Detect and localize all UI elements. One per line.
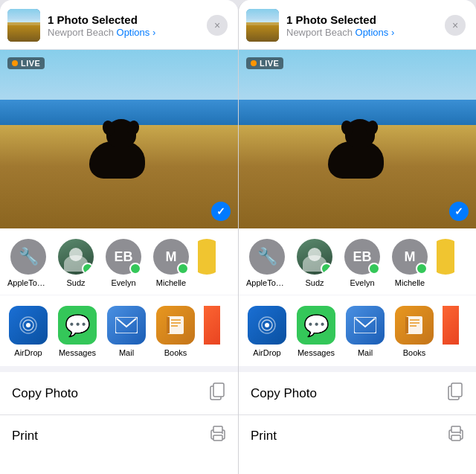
location-left: Newport Beach Options › <box>48 27 201 38</box>
contact-name-appletoolbox-left: AppleToolBox <box>7 278 49 287</box>
live-text-right: LIVE <box>260 59 279 68</box>
svg-rect-29 <box>451 435 460 441</box>
contact-evelyn-left[interactable]: EB Evelyn <box>103 239 144 287</box>
contact-michelle-left[interactable]: M Michelle <box>150 239 192 287</box>
contact-partial-left <box>198 239 216 287</box>
apps-row-left: AirDrop 💬 Messages Mail <box>0 295 238 366</box>
svg-point-30 <box>460 432 461 434</box>
app-books-right[interactable]: Books <box>393 306 435 357</box>
contacts-row-left: 🔧 AppleToolBox Sudz EB Evelyn <box>0 228 238 295</box>
contact-evelyn-right[interactable]: EB Evelyn <box>341 239 383 287</box>
app-mail-right[interactable]: Mail <box>344 306 386 357</box>
close-icon-right: × <box>452 20 458 31</box>
app-mail-left[interactable]: Mail <box>106 306 147 357</box>
contact-sudz-right[interactable]: Sudz <box>294 239 335 287</box>
print-icon-left <box>210 426 226 446</box>
contact-avatar-evelyn-left: EB <box>106 239 141 275</box>
svg-point-15 <box>222 432 223 434</box>
app-name-mail-right: Mail <box>358 348 373 357</box>
app-name-messages-right: Messages <box>298 348 335 357</box>
copy-photo-label-left: Copy Photo <box>12 386 78 401</box>
photo-preview-left: LIVE ✓ <box>0 50 238 228</box>
print-right[interactable]: Print <box>239 415 476 456</box>
contact-avatar-michelle-right: M <box>392 239 428 275</box>
contact-avatar-appletoolbox-left: 🔧 <box>10 239 46 275</box>
contact-name-evelyn-left: Evelyn <box>103 278 144 287</box>
app-messages-right[interactable]: 💬 Messages <box>295 306 337 357</box>
svg-rect-20 <box>406 316 422 334</box>
app-airdrop-right[interactable]: AirDrop <box>246 306 288 357</box>
svg-rect-21 <box>405 317 408 333</box>
messages-icon-left: 💬 <box>58 306 97 345</box>
app-name-airdrop-left: AirDrop <box>14 348 42 357</box>
contact-name-sudz-left: Sudz <box>55 278 97 287</box>
action-list-left: Copy Photo Print <box>0 372 238 474</box>
app-partial-left <box>204 306 220 357</box>
contact-name-sudz-right: Sudz <box>294 278 335 287</box>
live-dot-right <box>251 60 257 66</box>
live-badge-left: LIVE <box>7 57 45 69</box>
contact-appletoolbox-left[interactable]: 🔧 AppleToolBox <box>7 239 49 287</box>
options-link-right[interactable]: Options › <box>356 27 395 38</box>
contact-partial-right <box>437 239 454 287</box>
apps-row-right: AirDrop 💬 Messages Mail <box>239 295 476 366</box>
share-header-right: 1 Photo Selected Newport Beach Options ›… <box>239 0 476 50</box>
copy-photo-left[interactable]: Copy Photo <box>0 372 238 415</box>
options-link-left[interactable]: Options › <box>117 27 156 38</box>
app-partial-right <box>443 306 459 357</box>
app-name-messages-left: Messages <box>59 348 96 357</box>
app-name-books-right: Books <box>403 348 426 357</box>
svg-rect-11 <box>213 383 224 397</box>
location-right: Newport Beach Options › <box>286 27 439 38</box>
app-name-airdrop-right: AirDrop <box>253 348 280 357</box>
michelle-dot-right <box>416 263 428 275</box>
copy-photo-label-right: Copy Photo <box>251 386 317 401</box>
print-icon-right <box>448 426 464 446</box>
close-icon-left: × <box>214 20 220 31</box>
svg-rect-13 <box>213 426 222 432</box>
copy-photo-right[interactable]: Copy Photo <box>239 372 476 415</box>
checkmark-right: ✓ <box>449 202 469 221</box>
live-dot-left <box>12 60 18 66</box>
dog-right <box>324 112 391 179</box>
airdrop-icon-right <box>248 306 286 345</box>
books-icon-right <box>395 306 434 345</box>
contact-michelle-right[interactable]: M Michelle <box>389 239 431 287</box>
app-airdrop-left[interactable]: AirDrop <box>7 306 49 357</box>
contact-sudz-left[interactable]: Sudz <box>55 239 97 287</box>
print-label-right: Print <box>251 429 277 443</box>
live-badge-right: LIVE <box>246 57 283 69</box>
contact-avatar-sudz-left <box>58 239 94 275</box>
books-icon-left <box>156 306 195 345</box>
live-text-left: LIVE <box>21 59 40 68</box>
header-info-left: 1 Photo Selected Newport Beach Options › <box>48 13 201 38</box>
left-panel: 1 Photo Selected Newport Beach Options ›… <box>0 0 238 474</box>
contact-avatar-sudz-right <box>297 239 332 275</box>
copy-photo-icon-right <box>448 382 464 404</box>
michelle-dot-left <box>177 263 189 275</box>
app-messages-left[interactable]: 💬 Messages <box>57 306 98 357</box>
close-button-right[interactable]: × <box>445 15 466 36</box>
contact-name-appletoolbox-right: AppleToolBox <box>246 278 288 287</box>
svg-rect-14 <box>213 435 222 441</box>
photo-thumbnail-right <box>246 9 279 42</box>
contact-avatar-evelyn-right: EB <box>344 239 380 275</box>
print-left[interactable]: Print <box>0 415 238 456</box>
checkmark-left: ✓ <box>211 202 231 221</box>
svg-point-18 <box>265 323 269 327</box>
dog-left <box>86 112 152 179</box>
mail-icon-left <box>107 306 146 345</box>
header-info-right: 1 Photo Selected Newport Beach Options › <box>286 13 439 38</box>
app-books-left[interactable]: Books <box>155 306 196 357</box>
svg-rect-5 <box>167 316 184 334</box>
apps-section-right: AirDrop 💬 Messages Mail <box>239 295 476 366</box>
share-header-left: 1 Photo Selected Newport Beach Options ›… <box>0 0 238 50</box>
svg-rect-26 <box>451 383 462 397</box>
photo-count-right: 1 Photo Selected <box>286 13 439 26</box>
sudz-dot-right <box>321 263 332 275</box>
contacts-row-right: 🔧 AppleToolBox Sudz EB Evelyn M <box>239 228 476 295</box>
close-button-left[interactable]: × <box>207 15 228 36</box>
contact-appletoolbox-right[interactable]: 🔧 AppleToolBox <box>246 239 288 287</box>
contact-name-michelle-right: Michelle <box>389 278 431 287</box>
photo-preview-right: LIVE ✓ <box>239 50 476 228</box>
